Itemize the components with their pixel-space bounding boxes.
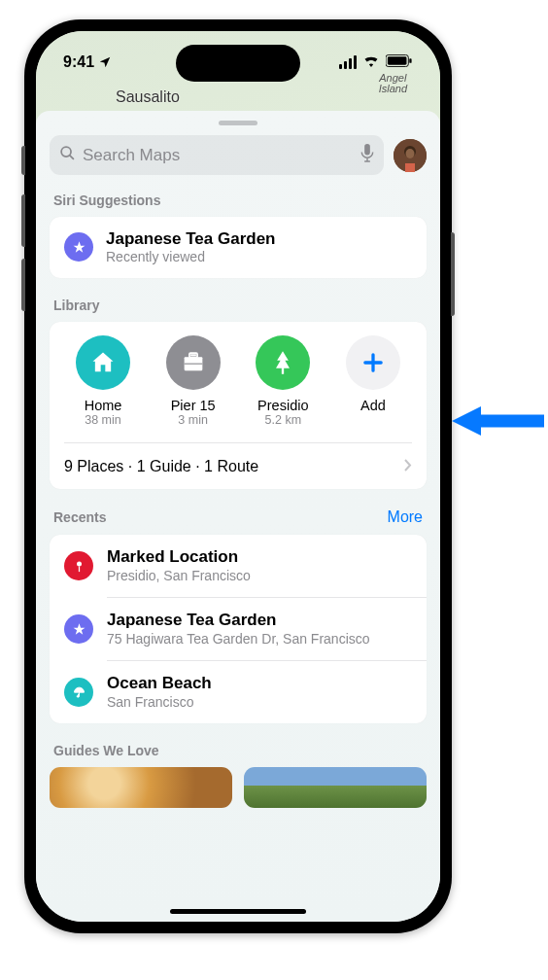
guide-tile[interactable]: [50, 767, 232, 808]
annotation-arrow: [452, 406, 544, 436]
library-item-home[interactable]: Home 38 min: [63, 335, 143, 428]
battery-icon: [386, 53, 413, 71]
siri-title: Japanese Tea Garden: [106, 228, 276, 249]
tree-icon: [256, 335, 310, 390]
mic-icon[interactable]: [360, 144, 374, 166]
plus-icon: [346, 335, 400, 390]
wifi-icon: [362, 53, 380, 71]
library-item-presidio[interactable]: Presidio 5.2 km: [243, 335, 323, 428]
siri-section-header: Siri Suggestions: [53, 192, 423, 208]
guides-section-header: Guides We Love: [53, 743, 423, 758]
svg-rect-1: [388, 56, 407, 64]
siri-subtitle: Recently viewed: [106, 249, 276, 266]
svg-point-3: [61, 147, 71, 157]
library-item-add[interactable]: Add: [333, 335, 413, 428]
library-section-header: Library: [53, 298, 423, 313]
search-sheet: Search Maps Siri Suggestions Japanese Te…: [36, 111, 440, 922]
library-summary-row[interactable]: 9 Places · 1 Guide · 1 Route: [50, 443, 427, 489]
svg-rect-2: [409, 58, 411, 63]
library-item-pier15[interactable]: Pier 15 3 min: [154, 335, 233, 428]
library-shortcuts: Home 38 min Pier 15 3 min Presidio 5.2 k…: [50, 322, 427, 443]
profile-avatar[interactable]: [394, 139, 427, 172]
library-summary-text: 9 Places · 1 Guide · 1 Route: [64, 458, 258, 475]
recents-more-link[interactable]: More: [388, 508, 423, 526]
recents-item[interactable]: Marked Location Presidio, San Francisco: [50, 535, 427, 597]
search-icon: [59, 145, 76, 165]
phone-frame: 9:41 Sausalito AngelIsland Search Maps: [24, 19, 452, 933]
svg-point-12: [77, 561, 82, 566]
pin-icon: [64, 551, 93, 580]
home-icon: [76, 335, 130, 390]
home-indicator[interactable]: [170, 909, 306, 914]
search-placeholder: Search Maps: [83, 146, 354, 165]
svg-rect-4: [364, 144, 370, 155]
phone-screen: 9:41 Sausalito AngelIsland Search Maps: [36, 31, 440, 922]
dynamic-island: [176, 45, 300, 82]
svg-point-7: [406, 149, 415, 158]
status-time: 9:41: [63, 53, 94, 71]
location-icon: [98, 55, 112, 69]
chevron-right-icon: [404, 458, 412, 475]
signal-icon: [339, 55, 357, 69]
umbrella-icon: [64, 678, 93, 707]
recents-section-header: Recents More: [53, 508, 423, 526]
recents-item[interactable]: Ocean Beach San Francisco: [50, 661, 427, 723]
recents-item[interactable]: Japanese Tea Garden 75 Hagiwara Tea Gard…: [50, 598, 427, 660]
briefcase-icon: [166, 335, 221, 390]
search-field[interactable]: Search Maps: [50, 135, 384, 175]
guide-tile[interactable]: [244, 767, 427, 808]
map-label-sausalito: Sausalito: [116, 88, 180, 106]
siri-suggestion-item[interactable]: Japanese Tea Garden Recently viewed: [50, 217, 427, 278]
svg-rect-11: [184, 363, 202, 364]
sheet-grabber[interactable]: [219, 121, 257, 125]
svg-rect-8: [405, 163, 415, 172]
star-icon: [64, 232, 93, 262]
star-icon: [64, 614, 93, 644]
